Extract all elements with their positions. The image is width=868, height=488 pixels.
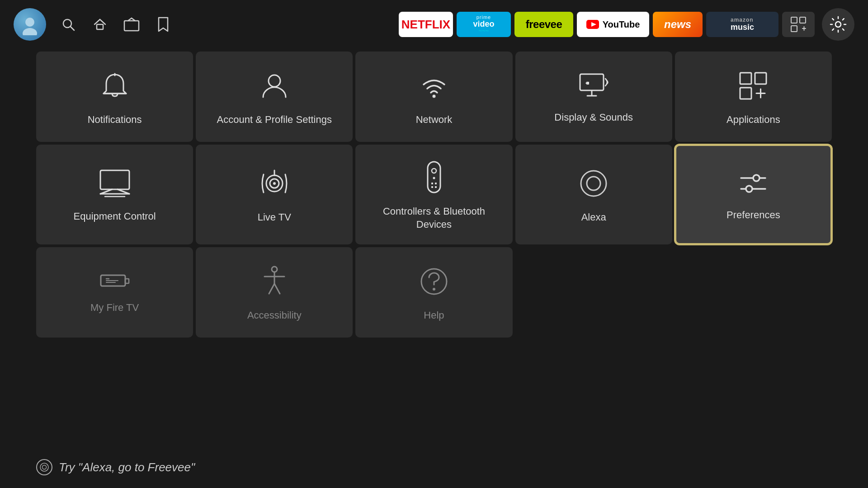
svg-point-0	[25, 18, 34, 27]
svg-rect-40	[431, 183, 433, 184]
prime-video-app-button[interactable]: prime video ~~~	[457, 12, 511, 37]
tv-icon	[99, 169, 131, 200]
live-tv-icon[interactable]	[122, 15, 141, 34]
netflix-app-button[interactable]: NETFLIX	[399, 12, 453, 37]
svg-point-63	[42, 465, 47, 469]
applications-label: Applications	[726, 113, 780, 127]
accessibility-icon	[261, 266, 288, 299]
account-profile-label: Account & Profile Settings	[217, 113, 332, 127]
person-icon	[259, 70, 290, 103]
freevee-app-button[interactable]: freevee	[514, 12, 573, 37]
top-nav: NETFLIX prime video ~~~ freevee YouTube …	[0, 0, 868, 49]
svg-line-59	[274, 284, 280, 294]
alexa-prompt-icon	[36, 459, 52, 475]
svg-point-45	[587, 177, 600, 190]
svg-rect-42	[431, 186, 433, 188]
amazon-music-app-button[interactable]: amazon music	[706, 12, 778, 37]
svg-rect-8	[791, 17, 797, 23]
svg-rect-9	[800, 17, 806, 23]
svg-line-58	[269, 284, 274, 294]
display-sound-icon	[577, 72, 610, 101]
svg-point-44	[581, 171, 606, 196]
svg-point-35	[273, 182, 276, 185]
svg-point-61	[433, 288, 435, 291]
grid-plus-icon	[737, 70, 769, 103]
svg-rect-10	[791, 26, 797, 32]
alexa-tile[interactable]: Alexa	[515, 145, 672, 244]
help-icon	[418, 266, 450, 299]
svg-rect-19	[580, 74, 604, 90]
home-icon[interactable]	[90, 15, 109, 34]
controllers-bluetooth-label: Controllers & Bluetooth Devices	[364, 205, 503, 231]
accessibility-tile[interactable]: Accessibility	[196, 247, 353, 338]
equipment-control-label: Equipment Control	[73, 210, 156, 223]
avatar[interactable]	[14, 8, 46, 41]
svg-rect-41	[435, 183, 437, 184]
controllers-bluetooth-tile[interactable]: Controllers & Bluetooth Devices	[355, 145, 512, 244]
svg-point-55	[272, 267, 277, 272]
svg-point-62	[40, 463, 48, 471]
bottom-bar: Try "Alexa, go to Freevee"	[36, 459, 195, 475]
display-sounds-label: Display & Sounds	[554, 111, 633, 124]
live-tv-tile[interactable]: Live TV	[196, 145, 353, 244]
svg-rect-25	[755, 73, 766, 84]
svg-point-17	[269, 75, 280, 87]
more-apps-button[interactable]	[782, 12, 815, 37]
equipment-control-tile[interactable]: Equipment Control	[36, 145, 193, 244]
svg-rect-22	[587, 82, 589, 84]
svg-point-18	[432, 94, 435, 98]
notifications-tile[interactable]: Notifications	[36, 52, 193, 142]
svg-rect-51	[125, 279, 129, 283]
svg-point-38	[432, 169, 436, 173]
my-fire-tv-label: My Fire TV	[90, 301, 139, 314]
network-tile[interactable]: Network	[355, 52, 512, 142]
svg-rect-23	[740, 73, 751, 84]
svg-line-3	[71, 27, 74, 30]
search-icon[interactable]	[59, 15, 78, 34]
live-tv-label: Live TV	[258, 211, 291, 224]
svg-point-47	[753, 175, 760, 181]
youtube-app-button[interactable]: YouTube	[577, 12, 649, 37]
svg-point-14	[835, 22, 841, 27]
my-fire-tv-tile[interactable]: My Fire TV	[36, 247, 193, 338]
network-label: Network	[416, 113, 453, 127]
accessibility-label: Accessibility	[247, 309, 302, 322]
nav-left	[14, 8, 173, 41]
news-app-button[interactable]: news	[653, 12, 703, 37]
firetv-icon	[99, 273, 131, 291]
antenna-icon	[259, 168, 290, 201]
alexa-icon	[578, 168, 609, 201]
help-tile[interactable]: Help	[355, 247, 512, 338]
nav-apps: NETFLIX prime video ~~~ freevee YouTube …	[399, 8, 854, 41]
bookmark-icon[interactable]	[154, 15, 173, 34]
svg-rect-4	[97, 24, 103, 29]
svg-rect-5	[124, 21, 139, 31]
preferences-label: Preferences	[726, 209, 780, 222]
svg-point-1	[23, 28, 37, 35]
alexa-prompt-text: Try "Alexa, go to Freevee"	[59, 460, 195, 474]
alexa-label: Alexa	[581, 211, 606, 224]
account-profile-tile[interactable]: Account & Profile Settings	[196, 52, 353, 142]
bell-icon	[99, 70, 131, 103]
svg-rect-24	[740, 88, 751, 99]
help-label: Help	[424, 309, 444, 322]
notifications-label: Notifications	[88, 113, 142, 127]
svg-rect-28	[100, 170, 129, 189]
display-sounds-tile[interactable]: Display & Sounds	[515, 52, 672, 142]
svg-point-49	[746, 186, 752, 192]
preferences-tile[interactable]: Preferences	[675, 145, 832, 244]
settings-grid: Notifications Account & Profile Settings…	[0, 49, 868, 340]
applications-tile[interactable]: Applications	[675, 52, 832, 142]
wifi-icon	[418, 70, 450, 103]
svg-point-39	[433, 177, 435, 179]
svg-rect-43	[435, 186, 437, 188]
settings-button[interactable]	[822, 8, 854, 41]
sliders-icon	[737, 170, 769, 199]
remote-icon	[425, 161, 443, 195]
